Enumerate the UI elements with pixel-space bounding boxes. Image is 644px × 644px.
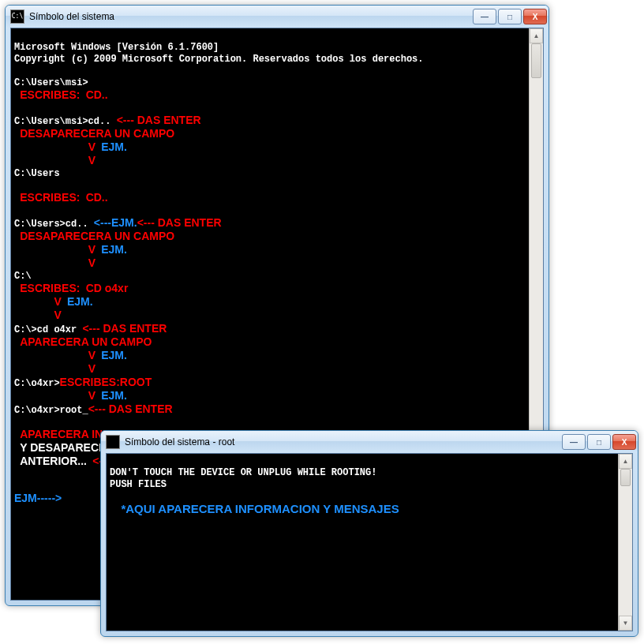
console-client: DON'T TOUCH THE DEVICE OR UNPLUG WHILE R… (106, 453, 633, 631)
line: C:\Users (14, 168, 60, 179)
annotation-das-enter: <--- DAS ENTER (137, 216, 222, 229)
line: PUSH FILES (110, 479, 167, 490)
scroll-thumb[interactable] (620, 469, 631, 486)
console-output[interactable]: DON'T TOUCH THE DEVICE OR UNPLUG WHILE R… (107, 454, 619, 631)
vertical-scrollbar[interactable]: ▲ ▼ (618, 454, 632, 631)
annotation-escribes: ESCRIBES: (20, 88, 80, 101)
annotation-ejm-inline: <---EJM. (94, 216, 137, 229)
line: C:\o4xr>root_ (14, 405, 88, 416)
window-title: Símbolo del sistema - root (125, 436, 560, 447)
arrow-down-icon: V (88, 154, 95, 167)
minimize-button[interactable]: — (562, 434, 586, 450)
annotation-ejm: EJM. (67, 295, 93, 308)
cmd-icon: C:\ (10, 9, 24, 24)
scroll-up-button[interactable]: ▲ (619, 454, 632, 469)
annotation-desaparecera: DESAPARECERA UN CAMPO (20, 230, 174, 242)
maximize-button[interactable]: □ (498, 9, 522, 24)
annotation-root: ROOT (120, 376, 152, 388)
line: C:\>cd o4xr (14, 324, 77, 335)
annotation-das-enter: <--- DAS ENTER (88, 402, 173, 415)
close-button[interactable]: X (612, 434, 636, 450)
line: DON'T TOUCH THE DEVICE OR UNPLUG WHILE R… (110, 467, 376, 478)
annotation-anterior: ANTERIOR... (20, 455, 87, 467)
line: C:\ (14, 271, 32, 282)
annotation-cd: CD.. (86, 191, 108, 204)
maximize-button[interactable]: □ (587, 434, 611, 450)
arrow-down-icon: V (88, 349, 95, 361)
line: C:\Users>cd.. (14, 219, 88, 230)
line: C:\Users\msi> (14, 77, 88, 88)
annotation-escribes: ESCRIBES: (20, 282, 80, 294)
annotation-escribes: ESCRIBES: (20, 191, 80, 204)
window-controls: — □ X (471, 9, 547, 24)
arrow-down-icon: V (88, 140, 95, 153)
annotation-cd-o4xr: CD o4xr (86, 282, 129, 294)
close-button[interactable]: X (523, 9, 547, 24)
arrow-down-icon: V (88, 362, 95, 375)
line: C:\Users\msi>cd.. (14, 116, 110, 127)
titlebar[interactable]: C:\ Símbolo del sistema — □ X (6, 6, 549, 28)
titlebar[interactable]: Símbolo del sistema - root — □ X (101, 431, 638, 453)
annotation-cd: CD.. (86, 88, 108, 101)
scroll-up-button[interactable]: ▲ (530, 28, 543, 43)
arrow-down-icon: V (54, 309, 61, 321)
arrow-down-icon: V (54, 295, 61, 308)
cmd-window-root: Símbolo del sistema - root — □ X DON'T T… (100, 430, 638, 637)
arrow-down-icon: V (88, 243, 95, 256)
scroll-thumb[interactable] (531, 43, 541, 78)
annotation-ejm: EJM. (101, 389, 127, 402)
scroll-down-button[interactable]: ▼ (619, 616, 632, 631)
annotation-das-enter: <--- DAS ENTER (117, 114, 201, 126)
annotation-ejm: EJM. (101, 349, 127, 361)
annotation-ejm: EJM. (101, 140, 127, 153)
arrow-down-icon: V (88, 256, 95, 269)
line: Copyright (c) 2009 Microsoft Corporation… (14, 54, 423, 65)
annotation-aparecera-campo: APARECERA UN CAMPO (20, 335, 152, 348)
cmd-icon (106, 435, 120, 449)
line: Microsoft Windows [Versión 6.1.7600] (14, 42, 219, 53)
annotation-aqui-aparecera: *AQUI APARECERA INFORMACION Y MENSAJES (121, 502, 399, 515)
annotation-das-enter: <--- DAS ENTER (82, 322, 167, 335)
line: C:\o4xr> (14, 378, 60, 389)
annotation-desaparecera: DESAPARECERA UN CAMPO (20, 127, 174, 140)
annotation-ejm: EJM. (101, 243, 127, 256)
annotation-escribes: ESCRIBES: (60, 376, 120, 388)
minimize-button[interactable]: — (473, 9, 496, 24)
window-title: Símbolo del sistema (29, 11, 471, 22)
arrow-down-icon: V (88, 389, 95, 402)
window-controls: — □ X (560, 434, 636, 450)
scroll-track[interactable] (619, 469, 632, 616)
annotation-ejm-arrow: EJM-----> (14, 492, 62, 504)
